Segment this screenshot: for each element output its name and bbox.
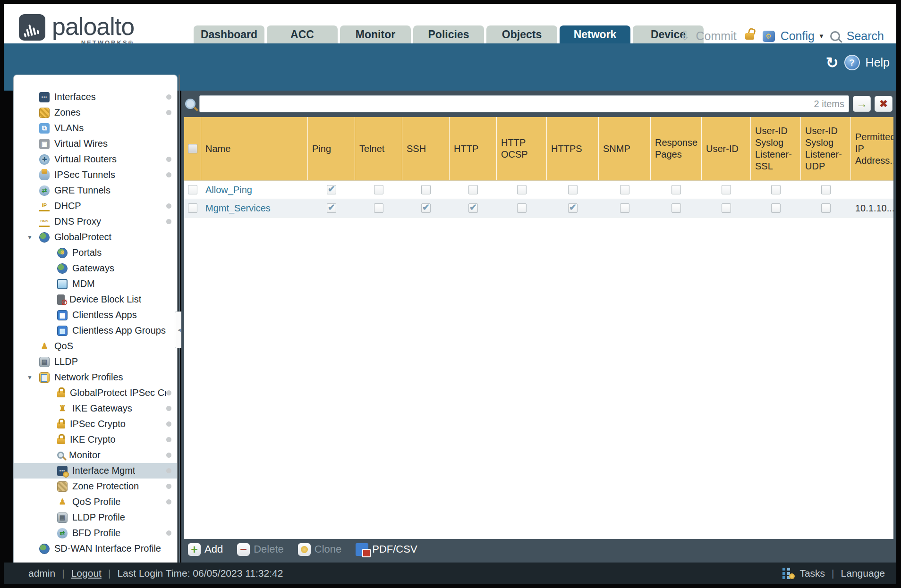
tab-policies[interactable]: Policies [413, 25, 484, 43]
column-header-https[interactable]: HTTPS [547, 117, 599, 180]
profile-name-link[interactable]: Mgmt_Services [205, 203, 271, 214]
service-checkbox[interactable] [722, 203, 731, 213]
unlock-icon[interactable] [745, 33, 754, 40]
service-checkbox[interactable] [672, 203, 681, 213]
sidebar-item-zones[interactable]: Zones [14, 105, 177, 120]
global-search-button[interactable]: Search [847, 29, 884, 43]
logout-link[interactable]: Logout [71, 568, 102, 579]
sidebar-item-lldp-profile[interactable]: LLDP Profile [14, 510, 177, 525]
service-checkbox[interactable] [771, 185, 781, 194]
add-button[interactable]: +Add [188, 543, 223, 556]
service-checkbox[interactable] [374, 203, 383, 213]
column-header-user-id-syslog-listener-udp[interactable]: User-ID Syslog Listener-UDP [801, 117, 851, 180]
row-select-checkbox[interactable] [188, 203, 197, 213]
service-checkbox[interactable] [568, 185, 578, 194]
column-header-ssh[interactable]: SSH [402, 117, 450, 180]
service-checkbox[interactable] [374, 185, 383, 194]
sidebar-item-bfd-profile[interactable]: BFD Profile [14, 525, 177, 541]
config-button[interactable]: Config [781, 29, 815, 43]
service-checkbox[interactable] [421, 203, 431, 213]
profile-name-link[interactable]: Allow_Ping [205, 185, 252, 195]
sidebar-item-network-profiles[interactable]: ▼Network Profiles [14, 370, 177, 385]
sidebar-item-clientless-apps[interactable]: Clientless Apps [14, 307, 177, 323]
sidebar-item-monitor[interactable]: Monitor [14, 447, 177, 463]
tab-dashboard[interactable]: Dashboard [194, 25, 264, 43]
service-checkbox[interactable] [421, 185, 431, 194]
pdf-csv-button[interactable]: PDF/CSV [356, 543, 417, 556]
column-header-response-pages[interactable]: Response Pages [651, 117, 702, 180]
sidebar-item-vlans[interactable]: VLANs [14, 120, 177, 136]
column-header-ping[interactable]: Ping [308, 117, 355, 180]
service-checkbox[interactable] [771, 203, 781, 213]
service-checkbox[interactable] [327, 185, 336, 194]
sidebar-item-virtual-wires[interactable]: Virtual Wires [14, 136, 177, 151]
sidebar-item-ike-gateways[interactable]: IKE Gateways [14, 401, 177, 416]
chevron-down-icon[interactable]: ▼ [818, 33, 824, 40]
column-header-snmp[interactable]: SNMP [599, 117, 651, 180]
sidebar-item-interface-mgmt[interactable]: Interface Mgmt [14, 463, 177, 479]
sidebar-item-clientless-app-groups[interactable]: Clientless App Groups [14, 323, 177, 338]
column-header-name[interactable]: Name [201, 117, 308, 180]
tab-network[interactable]: Network [560, 25, 630, 43]
sidebar-item-dns-proxy[interactable]: DNS Proxy [14, 214, 177, 229]
sidebar-item-interfaces[interactable]: Interfaces [14, 89, 177, 105]
sidebar-item-ike-crypto[interactable]: IKE Crypto [14, 432, 177, 447]
sidebar-item-globalprotect[interactable]: ▼GlobalProtect [14, 229, 177, 245]
column-header-http-ocsp[interactable]: HTTP OCSP [497, 117, 547, 180]
service-checkbox[interactable] [468, 185, 478, 194]
service-checkbox[interactable] [821, 203, 831, 213]
virtual-wires-icon [39, 139, 50, 149]
sidebar-item-ipsec-crypto[interactable]: IPSec Crypto [14, 416, 177, 432]
sidebar-item-qos-profile[interactable]: QoS Profile [14, 494, 177, 510]
help-label[interactable]: Help [866, 56, 890, 69]
service-checkbox[interactable] [468, 203, 478, 213]
column-header-http[interactable]: HTTP [450, 117, 497, 180]
column-header-user-id[interactable]: User-ID [702, 117, 751, 180]
tab-objects[interactable]: Objects [486, 25, 557, 43]
refresh-icon[interactable]: ↻ [826, 55, 839, 70]
sidebar-item-label: Device Block List [69, 294, 141, 305]
service-checkbox[interactable] [620, 185, 629, 194]
sidebar-item-gre-tunnels[interactable]: GRE Tunnels [14, 183, 177, 198]
tasks-link[interactable]: Tasks [799, 568, 825, 579]
service-checkbox[interactable] [327, 203, 336, 213]
service-checkbox[interactable] [620, 203, 629, 213]
sidebar-item-sd-wan-interface-profile[interactable]: SD-WAN Interface Profile [14, 541, 177, 556]
status-dot-icon [166, 390, 171, 395]
help-icon[interactable]: ? [844, 55, 860, 70]
service-checkbox[interactable] [821, 185, 831, 194]
sidebar-item-lldp[interactable]: LLDP [14, 354, 177, 370]
service-checkbox[interactable] [517, 203, 527, 213]
sidebar-item-device-block-list[interactable]: Device Block List [14, 292, 177, 307]
service-cell [450, 181, 497, 199]
tab-acc[interactable]: ACC [267, 25, 338, 43]
commit-button[interactable]: Commit [696, 29, 737, 43]
service-checkbox[interactable] [722, 185, 731, 194]
clear-filter-button[interactable]: ✖ [875, 96, 892, 112]
column-header-permitted-ip-address-[interactable]: Permitted IP Address... [851, 117, 893, 180]
tab-monitor[interactable]: Monitor [340, 25, 411, 43]
column-header-user-id-syslog-listener-ssl[interactable]: User-ID Syslog Listener-SSL [751, 117, 801, 180]
sidebar-item-portals[interactable]: Portals [14, 245, 177, 260]
tasks-icon[interactable] [782, 568, 785, 571]
service-checkbox[interactable] [568, 203, 578, 213]
filter-input[interactable] [199, 95, 849, 112]
sidebar-item-qos[interactable]: QoS [14, 338, 177, 354]
language-link[interactable]: Language [841, 568, 885, 579]
service-checkbox[interactable] [517, 185, 527, 194]
column-header-telnet[interactable]: Telnet [355, 117, 402, 180]
service-checkbox[interactable] [672, 185, 681, 194]
tree-expander-icon[interactable]: ▼ [27, 234, 33, 241]
tree-expander-icon[interactable]: ▼ [27, 374, 33, 381]
select-all-checkbox[interactable] [188, 144, 197, 153]
sidebar-item-mdm[interactable]: MDM [14, 276, 177, 292]
sidebar-item-virtual-routers[interactable]: Virtual Routers [14, 151, 177, 167]
sidebar-item-globalprotect-ipsec-crypto[interactable]: GlobalProtect IPSec Crypto [14, 385, 177, 401]
row-select-checkbox[interactable] [188, 185, 197, 194]
sidebar-item-zone-protection[interactable]: Zone Protection [14, 479, 177, 494]
sidebar-item-label: IKE Crypto [70, 434, 116, 445]
apply-filter-button[interactable]: → [853, 96, 871, 112]
sidebar-item-ipsec-tunnels[interactable]: IPSec Tunnels [14, 167, 177, 183]
sidebar-item-gateways[interactable]: Gateways [14, 260, 177, 276]
sidebar-item-dhcp[interactable]: DHCP [14, 198, 177, 214]
